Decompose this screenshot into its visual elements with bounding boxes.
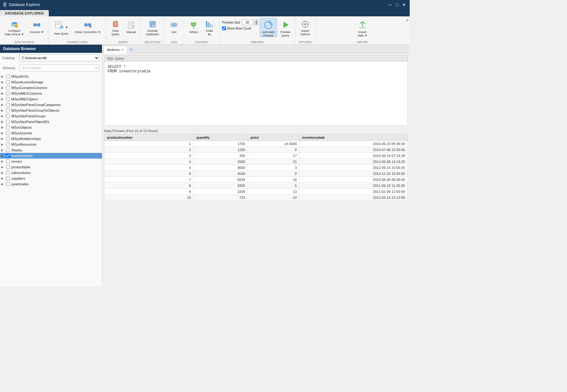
- tree-item-msysresources[interactable]: ▶ MSysResources: [0, 142, 102, 147]
- tree-checkbox-inventorytable[interactable]: [6, 154, 10, 158]
- import-data-button[interactable]: ImportData ▼: [355, 18, 370, 37]
- cell-r5-c2: 8: [248, 171, 300, 177]
- preview-query-button[interactable]: PreviewQuery: [278, 18, 293, 37]
- where-button[interactable]: Where: [187, 18, 201, 37]
- tree-checkbox-msyscomplexcolumns[interactable]: [6, 86, 10, 90]
- schema-select[interactable]: No Schemas: [20, 64, 99, 71]
- tree-item-msysnavpanegroups[interactable]: ▶ MSysNavPaneGroups: [0, 113, 102, 119]
- join-icon: [169, 20, 179, 30]
- cell-r6-c1: 6034: [194, 177, 248, 183]
- automatic-preview-button[interactable]: AutomaticPreview: [260, 18, 277, 37]
- tree-label-inventorytable: inventorytable: [11, 154, 33, 158]
- svg-rect-51: [359, 27, 366, 28]
- tree-item-msysimexspecs[interactable]: ▶ MSysIMEXSpecs: [0, 96, 102, 102]
- doc-tab-sync-icon[interactable]: ↻: [129, 47, 133, 52]
- tree-item-display[interactable]: ▶ display: [0, 147, 102, 153]
- tree-checkbox-msysaccessstorage[interactable]: [6, 80, 10, 84]
- cell-r4-c0: 5: [104, 165, 194, 171]
- maximize-button[interactable]: □: [394, 2, 400, 8]
- tree-checkbox-suppliers[interactable]: [6, 176, 10, 181]
- manual-label: Manual: [126, 31, 136, 34]
- tree-checkbox-msysaces[interactable]: [6, 74, 10, 79]
- datasource-group-label: DATA SOURCE: [14, 41, 34, 44]
- manual-button[interactable]: Manual: [124, 18, 138, 37]
- tree-checkbox-display[interactable]: [6, 148, 10, 152]
- tree-item-msysqueries[interactable]: ▶ MSysQueries: [0, 130, 102, 136]
- tree-item-suppliers[interactable]: ▶ suppliers: [0, 176, 102, 181]
- tree-checkbox-invoice[interactable]: [6, 159, 10, 164]
- tree-checkbox-msysobjects[interactable]: [6, 125, 10, 130]
- cell-r0-c1: 1700: [194, 141, 248, 147]
- tree-item-msysimexcolumns[interactable]: ▶ MSysIMEXColumns: [0, 91, 102, 96]
- tree-label-msysaccessstorage: MSysAccessStorage: [11, 80, 43, 84]
- ribbon-scroll-right[interactable]: ▶: [407, 18, 409, 22]
- tree-checkbox-msysnavpaneobjectids[interactable]: [6, 120, 10, 124]
- preview-size-input[interactable]: [242, 20, 253, 25]
- tree-checkbox-msysnavpanegroupcategories[interactable]: [6, 103, 10, 107]
- clear-query-button[interactable]: ClearQuery: [108, 18, 123, 37]
- data-preview-header: Data Preview (First 10 of 13 Rows): [104, 128, 408, 134]
- catalog-select[interactable]: C:\tutorial.accdb: [20, 54, 99, 61]
- tree-item-yearlysales[interactable]: ▶ yearlysales: [0, 181, 102, 187]
- ribbon-group-selection-content: ExcludeDuplicates: [144, 18, 161, 41]
- tree-item-inventorytable[interactable]: ▶ inventorytable: [0, 153, 102, 159]
- tree-checkbox-msysqueries[interactable]: [6, 131, 10, 135]
- tree-item-msysnavpaneobjectids[interactable]: ▶ MSysNavPaneObjectIDs: [0, 119, 102, 125]
- tree-item-msysnavpanegroupcategories[interactable]: ▶ MSysNavPaneGroupCategories: [0, 102, 102, 108]
- tree-item-msysaces[interactable]: ▶ MSysACEs: [0, 74, 102, 79]
- join-button[interactable]: Join: [167, 18, 181, 37]
- spinner-up-button[interactable]: ▲: [254, 20, 259, 22]
- tree-checkbox-producttable[interactable]: [6, 165, 10, 169]
- tree-checkbox-msysrelationships[interactable]: [6, 137, 10, 141]
- svg-rect-17: [88, 23, 91, 26]
- tree-item-msysnavpanegrouptoobjects[interactable]: ▶ MSysNavPaneGroupToObjects: [0, 108, 102, 113]
- tree-label-suppliers: suppliers: [11, 176, 25, 180]
- tree-label-msysaces: MSysACEs: [11, 75, 29, 78]
- tree-item-msysrelationships[interactable]: ▶ MSysRelationships: [0, 136, 102, 142]
- tree-item-invoice[interactable]: ▶ invoice: [0, 159, 102, 164]
- col-header-quantity: quantity: [194, 134, 248, 141]
- tree-checkbox-msysresources[interactable]: [6, 142, 10, 147]
- order-by-button[interactable]: OrderBy: [202, 18, 217, 37]
- tree-checkbox-yearlysales[interactable]: [6, 182, 10, 186]
- new-query-button[interactable]: ▼ New Query: [51, 18, 71, 37]
- table-row: 10723242012-03-14 13:13:09: [104, 195, 408, 201]
- configure-icon: [9, 20, 20, 29]
- tree-item-msysaccessstorage[interactable]: ▶ MSysAccessStorage: [0, 79, 102, 85]
- minimize-button[interactable]: ─: [387, 2, 393, 8]
- configure-button[interactable]: ConfigureData Source ▼: [3, 18, 26, 37]
- sql-textarea[interactable]: SELECT * FROM inventorytable: [104, 62, 407, 125]
- tree-item-producttable[interactable]: ▶ producttable: [0, 164, 102, 170]
- cell-r0-c0: 1: [104, 141, 194, 147]
- show-row-count-checkbox[interactable]: [222, 26, 226, 30]
- tree-checkbox-msysnavpanegroups[interactable]: [6, 114, 10, 118]
- close-button[interactable]: ✕: [401, 2, 407, 8]
- database-explorer-tab[interactable]: DATABASE EXPLORER: [0, 10, 49, 16]
- tree-expand-msysaccessstorage: ▶: [1, 81, 6, 84]
- doc-tab-close-button[interactable]: ✕: [121, 48, 124, 52]
- preview-query-label: PreviewQuery: [280, 31, 290, 37]
- svg-point-45: [304, 23, 306, 25]
- app-tab-bar: DATABASE EXPLORER: [0, 9, 410, 16]
- svg-marker-43: [284, 22, 289, 28]
- cell-r3-c0: 4: [104, 159, 194, 165]
- tree-item-msyscomplexcolumns[interactable]: ▶ MSysComplexColumns: [0, 85, 102, 91]
- exclude-duplicates-button[interactable]: ExcludeDuplicates: [144, 18, 161, 37]
- spinner-down-button[interactable]: ▼: [254, 22, 259, 25]
- tree-checkbox-msysimexspecs[interactable]: [6, 97, 10, 101]
- tree-checkbox-msysnavpanegrouptoobjects[interactable]: [6, 108, 10, 113]
- table-row: 5900032012-09-14 15:00:25: [104, 165, 408, 171]
- cell-r1-c3: 2014-07-08 22:50:45: [300, 147, 408, 153]
- tree-checkbox-salesvolume[interactable]: [6, 171, 10, 175]
- tree-item-salesvolume[interactable]: ▶ salesvolume: [0, 170, 102, 176]
- doc-tab-dbdemo[interactable]: dbdemo ✕: [104, 46, 127, 53]
- ribbon-group-connections: ▼ New Query Close Connection ▼ CONNECTIO…: [49, 18, 105, 44]
- tree-item-msysobjects[interactable]: ▶ MSysObjects: [0, 125, 102, 130]
- connect-label: Connect ▼: [30, 31, 44, 34]
- tree-expand-yearlysales: ▶: [1, 182, 6, 186]
- import-options-button[interactable]: ImportOptions: [298, 18, 312, 37]
- connect-button[interactable]: Connect ▼: [27, 18, 46, 37]
- tree-label-yearlysales: yearlysales: [11, 182, 29, 186]
- close-connection-button[interactable]: Close Connection ▼: [72, 18, 103, 37]
- tree-checkbox-msysimexcolumns[interactable]: [6, 91, 10, 96]
